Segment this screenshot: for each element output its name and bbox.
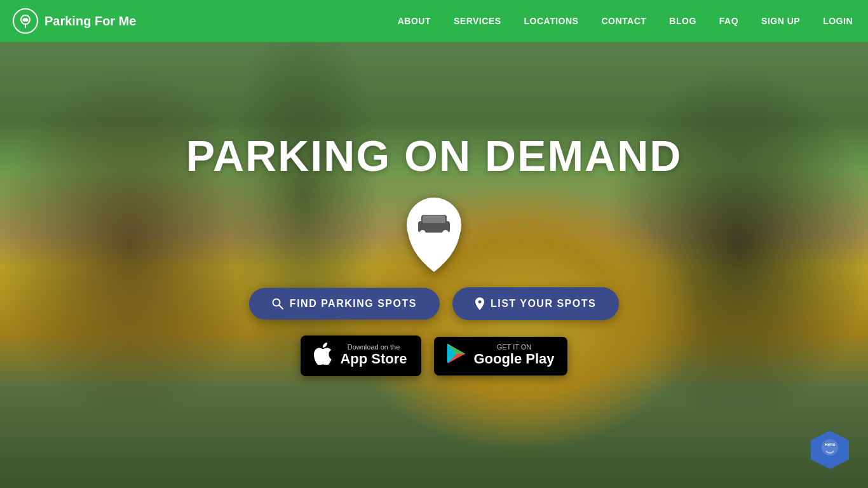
- googleplay-text: GET IT ON Google Play: [473, 344, 554, 367]
- svg-rect-10: [423, 215, 445, 223]
- navbar: Parking For Me ABOUT SERVICES LOCATIONS …: [0, 0, 868, 42]
- svg-point-3: [23, 22, 24, 23]
- googleplay-button[interactable]: GET IT ON Google Play: [434, 337, 567, 376]
- svg-rect-2: [24, 18, 28, 20]
- google-play-icon: [447, 343, 466, 369]
- location-pin-icon: [475, 297, 484, 310]
- nav-links: ABOUT SERVICES LOCATIONS CONTACT BLOG FA…: [398, 15, 853, 27]
- hero-section: PARKING ON DEMAND: [0, 0, 868, 488]
- svg-point-4: [27, 22, 28, 23]
- svg-text:Hello: Hello: [824, 442, 835, 447]
- appstore-button[interactable]: Download on the App Store: [301, 336, 421, 376]
- app-download-buttons: Download on the App Store: [301, 336, 567, 376]
- hero-title: PARKING ON DEMAND: [186, 131, 682, 180]
- nav-about[interactable]: ABOUT: [398, 16, 431, 26]
- nav-contact[interactable]: CONTACT: [601, 16, 646, 26]
- svg-point-8: [419, 230, 426, 236]
- brand-icon: [13, 8, 38, 34]
- svg-point-9: [442, 230, 449, 236]
- search-icon: [272, 298, 283, 309]
- find-parking-button[interactable]: FIND PARKING SPOTS: [249, 288, 440, 320]
- nav-login[interactable]: LOGIN: [823, 16, 853, 26]
- hello-widget-label: Hello: [818, 437, 841, 462]
- list-spots-button[interactable]: LIST YOUR SPOTS: [452, 287, 619, 320]
- appstore-text: Download on the App Store: [340, 344, 407, 367]
- nav-locations[interactable]: LOCATIONS: [524, 16, 579, 26]
- nav-blog[interactable]: BLOG: [669, 16, 696, 26]
- hero-content: PARKING ON DEMAND: [186, 131, 682, 376]
- brand-name: Parking For Me: [44, 14, 136, 29]
- nav-services[interactable]: SERVICES: [454, 16, 501, 26]
- svg-line-12: [279, 306, 283, 309]
- nav-signup[interactable]: SIGN UP: [761, 16, 800, 26]
- parking-pin-icon: [402, 196, 466, 272]
- brand-logo[interactable]: Parking For Me: [13, 8, 136, 34]
- nav-faq[interactable]: FAQ: [719, 16, 738, 26]
- cta-buttons: FIND PARKING SPOTS LIST YOUR SPOTS: [249, 287, 619, 320]
- apple-icon: [313, 342, 332, 370]
